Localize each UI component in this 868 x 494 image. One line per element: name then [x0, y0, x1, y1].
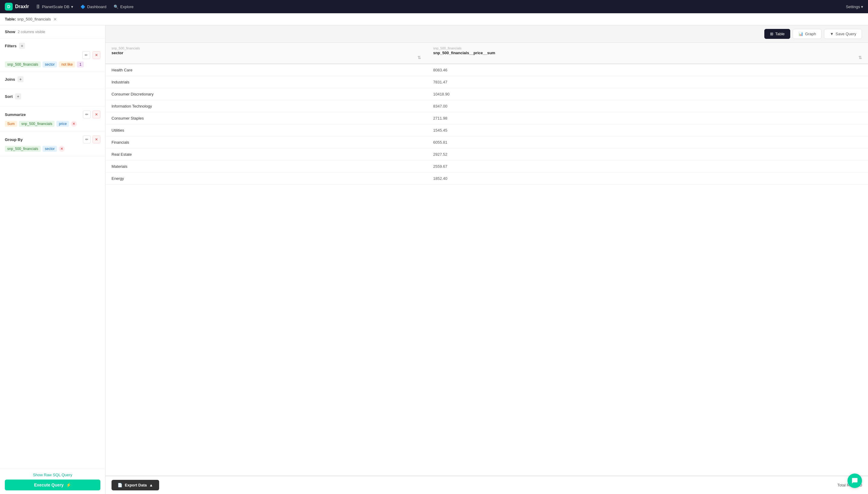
summarize-field-tag: price	[56, 121, 69, 127]
table-row: Health Care 8083.46	[106, 64, 868, 76]
dashboard-label: Dashboard	[87, 4, 106, 9]
edit-group-by-button[interactable]: ✏	[83, 136, 91, 144]
chat-fab-button[interactable]	[848, 474, 862, 488]
group-by-field-tag: sector	[42, 146, 57, 152]
cell-value: 6055.81	[427, 136, 868, 149]
col2-table-name: snp_500_financials	[433, 46, 862, 50]
remove-filter-button[interactable]: ✕	[93, 51, 100, 59]
export-chevron-icon: ▲	[149, 483, 153, 487]
cell-value: 2927.52	[427, 149, 868, 160]
cell-sector: Utilities	[106, 125, 427, 136]
cell-value: 8347.00	[427, 100, 868, 112]
group-by-tags: snp_500_financials sector ✕	[5, 146, 100, 152]
filter-op-tag: not like	[59, 61, 75, 68]
explore-nav[interactable]: 🔍 Explore	[114, 4, 133, 9]
summarize-table-tag: snp_500_financials	[19, 121, 55, 127]
summarize-func-tag: Sum	[5, 121, 17, 127]
filter-val-tag: 1	[77, 61, 84, 68]
filter-field-tag: sector	[42, 61, 57, 68]
cell-sector: Energy	[106, 173, 427, 185]
edit-summarize-button[interactable]: ✏	[83, 111, 91, 118]
col-sector-header: snp_500_financials sector ⇅	[106, 43, 427, 64]
joins-label: Joins	[5, 77, 15, 82]
col-price-sum-header: snp_500_financials snp_500_financials__p…	[427, 43, 868, 64]
execute-query-button[interactable]: Execute Query ⚡	[5, 479, 100, 490]
db-label: PlanetScale DB	[42, 4, 69, 9]
table-body: Health Care 8083.46 Industrials 7831.47 …	[106, 64, 868, 185]
col2-sort-icon[interactable]: ⇅	[858, 55, 862, 60]
db-selector[interactable]: 🗄 PlanetScale DB ▾	[36, 4, 73, 9]
db-icon: 🗄	[36, 4, 40, 9]
save-query-button[interactable]: ▼ Save Query	[824, 29, 862, 39]
cell-sector: Health Care	[106, 64, 427, 76]
export-icon: 📄	[117, 483, 122, 487]
table-row: Utilities 1545.45	[106, 125, 868, 136]
table-name: snp_500_financials	[17, 17, 51, 21]
graph-view-button[interactable]: 📊 Graph	[793, 29, 821, 39]
explore-label: Explore	[120, 4, 133, 9]
table-row: Information Technology 8347.00	[106, 100, 868, 112]
col2-name: snp_500_financials__price__sum	[433, 51, 862, 55]
dashboard-icon: 🔷	[80, 4, 85, 9]
table-row: Consumer Discretionary 10418.90	[106, 88, 868, 100]
chat-icon	[851, 477, 858, 484]
content-area: ⊞ Table 📊 Graph ▼ Save Query snp_500_fin…	[106, 25, 868, 494]
cell-value: 2559.67	[427, 160, 868, 173]
execute-label: Execute Query	[34, 482, 63, 487]
settings-nav[interactable]: Settings ▾	[846, 4, 863, 9]
table-icon: ⊞	[770, 32, 773, 36]
data-table: snp_500_financials sector ⇅ snp_500_fina…	[106, 43, 868, 185]
settings-label: Settings ▾	[846, 4, 863, 9]
edit-filter-button[interactable]: ✏	[82, 51, 90, 59]
graph-btn-label: Graph	[805, 32, 816, 36]
close-table-icon[interactable]: ✕	[53, 17, 57, 22]
table-row: Consumer Staples 2711.98	[106, 112, 868, 125]
table-btn-label: Table	[775, 32, 784, 36]
cell-sector: Real Estate	[106, 149, 427, 160]
filter-tags: snp_500_financials sector not like 1	[5, 61, 100, 68]
table-view-button[interactable]: ⊞ Table	[764, 29, 790, 39]
cell-sector: Materials	[106, 160, 427, 173]
export-data-button[interactable]: 📄 Export Data ▲	[112, 480, 159, 490]
show-section: Show 2 columns visible	[0, 25, 105, 39]
sidebar-footer: Show Raw SQL Query Execute Query ⚡	[0, 469, 105, 494]
db-chevron-icon: ▾	[71, 4, 73, 9]
cell-value: 10418.90	[427, 88, 868, 100]
sort-label: Sort	[5, 94, 13, 99]
show-label: Show	[5, 30, 15, 34]
dashboard-nav[interactable]: 🔷 Dashboard	[80, 4, 106, 9]
sort-section: Sort +	[0, 89, 105, 106]
table-prefix: Table:	[5, 17, 16, 21]
col1-name: sector	[112, 51, 421, 55]
graph-icon: 📊	[798, 32, 803, 36]
main-layout: Show 2 columns visible Filters + ✏ ✕ snp…	[0, 25, 868, 494]
app-name: Draxlr	[15, 4, 29, 10]
remove-group-by-tag-button[interactable]: ✕	[59, 146, 65, 152]
explore-icon: 🔍	[114, 4, 118, 9]
col1-table-name: snp_500_financials	[112, 46, 421, 50]
cell-value: 7831.47	[427, 76, 868, 88]
filter-actions: ✏ ✕	[5, 51, 100, 59]
filters-label: Filters	[5, 44, 17, 48]
app-logo[interactable]: D Draxlr	[5, 3, 29, 11]
save-query-label: Save Query	[835, 32, 856, 36]
add-sort-button[interactable]: +	[15, 93, 21, 99]
group-by-table-tag: snp_500_financials	[5, 146, 41, 152]
joins-section: Joins +	[0, 72, 105, 89]
table-row: Financials 6055.81	[106, 136, 868, 149]
group-by-label: Group By	[5, 137, 23, 142]
remove-group-by-button[interactable]: ✕	[93, 136, 100, 144]
remove-summarize-tag-button[interactable]: ✕	[71, 121, 77, 127]
add-filter-button[interactable]: +	[19, 43, 25, 49]
save-query-icon: ▼	[830, 32, 834, 36]
remove-summarize-button[interactable]: ✕	[93, 111, 100, 118]
table-header-row: snp_500_financials sector ⇅ snp_500_fina…	[106, 43, 868, 64]
show-raw-sql-link[interactable]: Show Raw SQL Query	[5, 473, 100, 477]
cell-sector: Industrials	[106, 76, 427, 88]
sidebar: Show 2 columns visible Filters + ✏ ✕ snp…	[0, 25, 106, 494]
cell-value: 1545.45	[427, 125, 868, 136]
add-join-button[interactable]: +	[17, 76, 23, 82]
col1-sort-icon[interactable]: ⇅	[418, 55, 421, 60]
cell-sector: Information Technology	[106, 100, 427, 112]
summarize-tags: Sum snp_500_financials price ✕	[5, 121, 100, 127]
